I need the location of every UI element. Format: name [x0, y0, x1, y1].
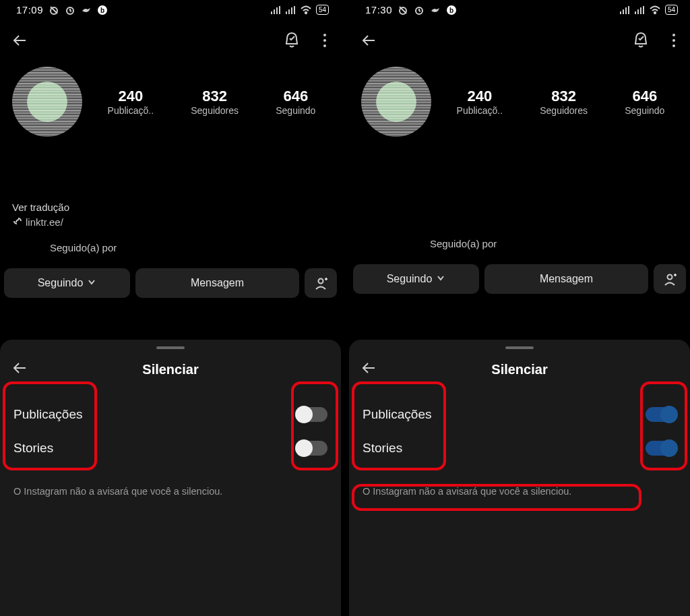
sheet-back-icon[interactable] — [11, 359, 30, 380]
message-button[interactable]: Mensagem — [484, 264, 648, 294]
alarm-off-icon — [49, 5, 59, 16]
status-bar: 17:30 b 54 — [349, 0, 690, 18]
stat-followers-label: Seguidores — [191, 105, 239, 116]
svg-line-4 — [70, 11, 71, 11]
stat-following[interactable]: 646 Seguindo — [276, 88, 315, 116]
mute-stories-row: Stories — [360, 431, 679, 465]
stat-posts[interactable]: 240 Publicaçõ.. — [457, 88, 503, 116]
status-time: 17:30 — [365, 4, 392, 16]
coin-icon: b — [446, 5, 457, 16]
stat-following[interactable]: 646 Seguindo — [625, 88, 664, 116]
stat-posts-count: 240 — [108, 88, 154, 105]
bio-link[interactable]: linktr.ee/ — [12, 216, 329, 228]
more-dots-icon[interactable] — [319, 31, 330, 53]
mute-stories-label: Stories — [363, 441, 402, 456]
mute-stories-label: Stories — [13, 441, 53, 456]
mute-posts-toggle[interactable] — [296, 407, 327, 422]
following-button[interactable]: Seguindo — [353, 264, 479, 294]
bird-icon — [81, 5, 92, 16]
following-button[interactable]: Seguindo — [4, 268, 130, 298]
more-dots-icon[interactable] — [668, 31, 679, 53]
mute-sheet: Silenciar Publicações Stories O Instagra… — [349, 340, 690, 616]
notification-bell-icon[interactable] — [631, 30, 651, 53]
chevron-down-icon — [87, 277, 96, 289]
stat-followers[interactable]: 832 Seguidores — [191, 88, 239, 116]
stat-posts-label: Publicaçõ.. — [108, 105, 154, 116]
back-icon[interactable] — [11, 31, 30, 53]
see-translation-link[interactable]: Ver tradução — [12, 202, 329, 213]
chevron-down-icon — [436, 273, 445, 285]
svg-point-23 — [654, 11, 656, 13]
svg-point-9 — [323, 34, 326, 36]
stat-posts[interactable]: 240 Publicaçõ.. — [108, 88, 154, 116]
stat-posts-label: Publicaçõ.. — [457, 105, 503, 116]
avatar[interactable] — [12, 67, 82, 137]
page-header — [349, 18, 690, 60]
stat-followers[interactable]: 832 Seguidores — [540, 88, 588, 116]
svg-point-25 — [672, 34, 675, 36]
stat-following-count: 646 — [276, 88, 315, 105]
stat-posts-count: 240 — [457, 88, 503, 105]
mute-posts-row: Publicações — [360, 398, 679, 431]
svg-line-20 — [419, 11, 420, 11]
mute-note: O Instagram não a avisará que você a sil… — [11, 465, 330, 498]
status-bar: 17:09 b 54 — [0, 0, 341, 18]
sheet-grabber[interactable] — [505, 346, 534, 349]
alarm-off-icon — [398, 5, 408, 16]
signal-icon-2 — [285, 5, 296, 15]
signal-icon-2 — [634, 5, 645, 15]
add-user-button[interactable] — [305, 268, 337, 298]
mute-stories-row: Stories — [11, 431, 330, 465]
followed-by-text: Seguido(a) por — [0, 233, 341, 263]
mute-stories-toggle[interactable] — [296, 441, 327, 456]
add-user-button[interactable] — [654, 264, 686, 294]
svg-point-7 — [305, 11, 307, 13]
link-icon — [12, 216, 23, 228]
message-button-label: Mensagem — [540, 273, 593, 285]
following-button-label: Seguindo — [387, 273, 433, 285]
battery-indicator: 54 — [316, 5, 329, 15]
profile-stats-row: 240 Publicaçõ.. 832 Seguidores 646 Segui… — [349, 60, 690, 141]
message-button-label: Mensagem — [191, 277, 244, 289]
following-button-label: Seguindo — [38, 277, 84, 289]
bird-icon — [430, 5, 441, 16]
mute-sheet: Silenciar Publicações Stories O Instagra… — [0, 340, 341, 616]
stat-followers-label: Seguidores — [540, 105, 588, 116]
bio-link-text: linktr.ee/ — [26, 216, 63, 228]
sheet-title: Silenciar — [349, 362, 690, 377]
avatar[interactable] — [361, 67, 431, 137]
screenshot-right: 17:30 b 54 — [349, 0, 690, 616]
mute-posts-row: Publicações — [11, 398, 330, 431]
profile-actions: Seguindo Mensagem — [0, 263, 341, 298]
message-button[interactable]: Mensagem — [135, 268, 299, 298]
coin-icon: b — [97, 5, 108, 16]
profile-stats-row: 240 Publicaçõ.. 832 Seguidores 646 Segui… — [0, 60, 341, 141]
back-icon[interactable] — [360, 31, 379, 53]
sheet-back-icon[interactable] — [360, 359, 379, 380]
svg-point-27 — [672, 44, 675, 47]
stat-followers-count: 832 — [540, 88, 588, 105]
stat-following-label: Seguindo — [276, 105, 315, 116]
stat-followers-count: 832 — [191, 88, 239, 105]
svg-point-28 — [668, 275, 672, 280]
svg-text:b: b — [449, 7, 453, 14]
svg-text:b: b — [100, 7, 104, 14]
battery-indicator: 54 — [665, 5, 678, 15]
followed-by-text: Seguido(a) por — [349, 228, 690, 259]
mute-note: O Instagram não a avisará que você a sil… — [360, 465, 679, 498]
profile-actions: Seguindo Mensagem — [349, 259, 690, 294]
screenshot-left: 17:09 b 54 — [0, 0, 341, 616]
stat-following-label: Seguindo — [625, 105, 664, 116]
svg-point-12 — [319, 279, 323, 284]
alarm-icon — [414, 5, 425, 16]
alarm-icon — [65, 5, 75, 16]
sheet-grabber[interactable] — [156, 346, 185, 349]
stat-following-count: 646 — [625, 88, 664, 105]
mute-posts-label: Publicações — [13, 407, 82, 422]
translate-section: Ver tradução linktr.ee/ — [0, 141, 341, 233]
mute-stories-toggle[interactable] — [646, 441, 677, 456]
mute-posts-toggle[interactable] — [646, 407, 677, 422]
notification-bell-icon[interactable] — [282, 30, 302, 53]
page-header — [0, 18, 341, 60]
signal-icon — [270, 5, 281, 15]
